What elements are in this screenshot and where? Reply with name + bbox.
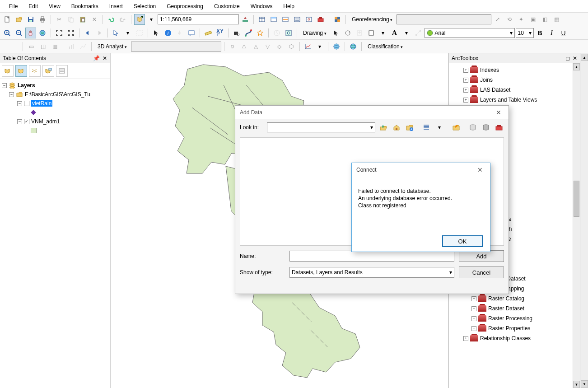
window2-icon[interactable] [268,14,279,25]
fixed-zoomout-icon[interactable] [65,28,76,38]
list-by-selection-icon[interactable] [42,65,54,77]
3d-graph-dd-icon[interactable]: ▾ [314,41,325,52]
draw-rotate-icon[interactable] [342,28,353,38]
toolbox-item[interactable]: +LAS Dataset [450,85,579,95]
tree-root[interactable]: − Layers [1,81,109,90]
scroll-up-icon[interactable]: ▲ [581,54,588,61]
collapse-icon[interactable]: − [17,119,22,124]
goto-xy-icon[interactable] [255,28,266,38]
toolbox-item[interactable]: +Indexes [450,65,579,75]
search-window-icon[interactable] [303,14,314,25]
new-folder-icon[interactable] [452,122,461,133]
identify-icon[interactable]: i [163,28,173,38]
menu-geoprocessing[interactable]: Geoprocessing [161,1,209,11]
expand-icon[interactable]: + [463,78,468,83]
list-by-source-icon[interactable] [15,65,27,77]
back-icon[interactable] [82,28,93,38]
window-pos-icon[interactable]: ◻ [565,55,570,61]
toolbox-item[interactable]: +Relationship Classes [450,333,579,343]
underline-icon[interactable]: U [558,28,569,38]
font-family-combo[interactable]: Arial▾ [425,28,515,38]
menu-file[interactable]: File [4,1,23,11]
3d-analyst-dropdown[interactable]: 3D Analyst [94,42,130,51]
add-data-dropdown-icon[interactable]: ▾ [146,14,157,25]
catalog-window-icon[interactable] [292,14,303,25]
find-route-icon[interactable] [243,28,254,38]
checkbox-checked[interactable]: ✓ [24,119,29,124]
drawing-dropdown[interactable]: Drawing [300,28,330,37]
collapse-icon[interactable]: − [9,92,14,97]
window3-icon[interactable] [280,14,291,25]
print-icon[interactable] [37,14,48,25]
python-window-icon[interactable] [332,14,343,25]
zoom-in-icon[interactable] [2,28,13,38]
options-icon[interactable] [56,65,68,77]
font-size-combo[interactable]: 10▾ [516,28,534,38]
xy-icon[interactable]: XY [215,28,225,38]
showtype-combo[interactable]: Datasets, Layers and Results▾ [289,267,454,278]
list-by-drawing-icon[interactable] [2,65,14,77]
lookin-combo[interactable]: ▾ [267,122,375,132]
right-scrollbar[interactable]: ▲ ▼ [580,53,588,388]
editor-toolbar-icon[interactable] [240,14,251,25]
full-extent-icon[interactable] [37,28,48,38]
menu-view[interactable]: View [43,1,66,11]
fixed-zoomin-icon[interactable] [54,28,65,38]
select-features-icon[interactable] [111,28,121,38]
measure-icon[interactable] [203,28,214,38]
arcscene-icon[interactable] [331,41,342,52]
expand-icon[interactable]: + [463,336,468,341]
expand-icon[interactable]: + [463,68,468,73]
checkbox-unchecked[interactable] [24,101,29,106]
menu-bookmarks[interactable]: Bookmarks [66,1,104,11]
close-icon[interactable]: ✕ [573,55,577,61]
toolbox-item[interactable]: +Raster Catalog [450,294,579,304]
expand-icon[interactable]: + [471,316,476,321]
connect-folder-icon[interactable] [405,122,415,133]
open-icon[interactable] [14,14,24,25]
draw-text-icon[interactable]: A [389,28,400,38]
new-icon[interactable] [2,14,13,25]
up-one-level-icon[interactable] [379,122,388,133]
view-dd-icon[interactable]: ▾ [435,122,444,133]
expand-icon[interactable]: + [471,296,476,301]
expand-icon[interactable]: + [471,306,476,311]
collapse-icon[interactable]: − [17,101,22,106]
georeferencing-dropdown[interactable]: Georeferencing [349,15,396,24]
scroll-down-icon[interactable]: ▼ [581,380,588,388]
toolbox-item[interactable]: +Joins [450,75,579,85]
cancel-button[interactable]: Cancel [459,266,504,278]
georef-layer-combo[interactable] [397,14,491,24]
zoom-out-icon[interactable] [14,28,24,38]
ok-button[interactable]: OK [442,235,483,247]
draw-shape-icon[interactable] [366,28,377,38]
toolbox-new-icon[interactable] [495,122,504,133]
toolbox-item[interactable]: +Raster Properties [450,323,579,333]
html-popup-icon[interactable] [186,28,197,38]
scroll-thumb[interactable] [574,181,579,217]
3d-layer-combo[interactable] [131,42,221,51]
toolbox-item[interactable]: +Raster Dataset [450,304,579,313]
arctoolbox-window-icon[interactable] [315,14,326,25]
pan-icon[interactable] [25,28,36,38]
undo-icon[interactable] [106,14,117,25]
tree-layer-vnmadm1[interactable]: − ✓ VNM_adm1 [1,117,109,126]
classification-dropdown[interactable]: Classification [364,42,406,51]
new-personal-gdb-icon[interactable] [481,122,491,133]
select-elements-icon[interactable] [151,28,162,38]
dialog-titlebar[interactable]: Connect ✕ [352,163,490,177]
expand-icon[interactable]: + [471,326,476,331]
draw-text-dd-icon[interactable]: ▾ [401,28,412,38]
save-icon[interactable] [25,14,36,25]
new-file-gdb-icon[interactable] [468,122,478,133]
dialog-titlebar[interactable]: Add Data ✕ [235,106,509,119]
scroll-down-icon[interactable]: ▼ [573,381,580,388]
find-icon[interactable] [231,28,242,38]
tree-datasource[interactable]: − E:\BasicArcGIS\ArcGIS_Tu [1,90,109,99]
paste-icon[interactable] [77,14,88,25]
toolbox-item[interactable]: +Raster Processing [450,313,579,323]
tree-symbol-point[interactable] [1,108,109,117]
menu-windows[interactable]: Windows [245,1,278,11]
menu-selection[interactable]: Selection [128,1,161,11]
map-scale-combo[interactable] [158,14,239,24]
